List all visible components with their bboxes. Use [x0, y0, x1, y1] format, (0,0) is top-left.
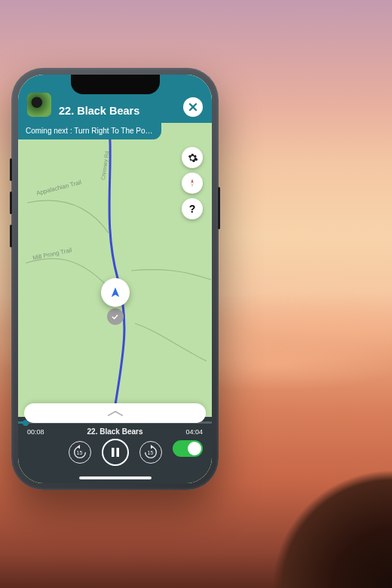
svg-marker-2 [191, 183, 194, 188]
bottom-sheet-handle[interactable] [24, 403, 206, 423]
chevron-up-icon [107, 409, 124, 417]
svg-marker-3 [77, 445, 80, 449]
svg-marker-6 [151, 445, 154, 449]
phone-frame: Appalachian Trail Mill Prong Trail Chimn… [11, 68, 219, 490]
recenter-button[interactable] [101, 278, 130, 307]
track-thumbnail[interactable] [27, 93, 51, 117]
rewind-15-button[interactable]: 15 [69, 441, 91, 464]
phone-screen: Appalachian Trail Mill Prong Trail Chimn… [18, 75, 212, 483]
gear-icon [187, 152, 198, 164]
close-icon [188, 103, 198, 112]
phone-notch [71, 75, 160, 94]
toggle-knob [188, 442, 201, 455]
rewind-amount: 15 [77, 450, 83, 455]
question-icon: ? [189, 203, 196, 215]
svg-rect-4 [112, 448, 115, 457]
checkpoint-badge [107, 308, 124, 325]
home-indicator[interactable] [79, 476, 152, 479]
close-button[interactable] [183, 97, 203, 117]
svg-rect-5 [116, 448, 119, 457]
forward-15-button[interactable]: 15 [139, 441, 162, 464]
play-pause-button[interactable] [102, 439, 129, 466]
navigation-arrow-icon [109, 286, 122, 299]
map-help-button[interactable]: ? [182, 198, 203, 219]
check-icon [111, 313, 119, 321]
player-track-title: 22. Black Bears [87, 427, 143, 436]
map-compass-button[interactable] [182, 173, 203, 194]
forward-amount: 15 [148, 450, 154, 455]
track-title: 22. Black Bears [59, 105, 176, 117]
audio-player: 00:08 22. Black Bears 04:04 15 15 [18, 417, 212, 483]
pause-icon [110, 447, 121, 458]
total-time: 04:04 [185, 428, 203, 436]
svg-marker-1 [191, 179, 194, 183]
up-next-banner[interactable]: Coming next : Turn Right To The Poin... [18, 123, 161, 139]
autoplay-toggle[interactable] [173, 440, 203, 457]
map-settings-button[interactable] [182, 147, 203, 168]
elapsed-time: 00:08 [27, 428, 44, 436]
compass-icon [187, 178, 198, 188]
